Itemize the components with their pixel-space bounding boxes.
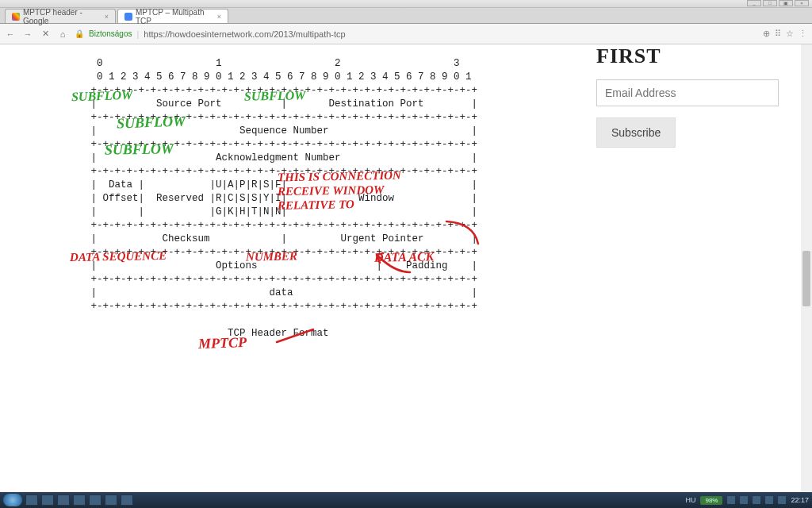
sidebar: FIRST Subscribe [588,44,787,164]
start-button[interactable] [3,494,22,506]
diagram-line: +-+-+-+-+-+-+-+-+-+-+-+-+-+-+-+-+-+-+-+-… [73,274,477,285]
nav-bar: ← → ✕ ⌂ 🔒 Biztonságos | https://howdoesi… [0,24,812,44]
annotation-arrow-icon [311,237,358,260]
close-tab-icon[interactable]: × [105,13,109,21]
close-window-button[interactable]: × [795,0,809,6]
taskbar-app-icon[interactable] [105,495,117,506]
vertical-scrollbar[interactable] [801,44,812,492]
windows-taskbar: HU 98% 22:17 [0,492,812,508]
address-bar[interactable]: 🔒 Biztonságos | https://howdoesinternetw… [75,29,756,39]
window-buttons: _ □ ▣ × [747,0,809,6]
lock-icon: 🔒 [75,29,84,38]
tab-google-search[interactable]: MPTCP header - Google × [5,9,116,23]
url-text: https://howdoesinternetwork.com/2013/mul… [144,29,345,39]
taskbar-app-icon[interactable] [121,495,133,506]
restore-button[interactable]: ▣ [779,0,793,6]
tab-label: MPTCP – Multipath TCP [136,8,211,25]
window-chrome: _ □ ▣ × [0,0,812,8]
stop-reload-button[interactable]: ✕ [40,29,51,39]
main-column: 0 1 2 3 0 1 2 3 4 5 6 7 8 9 0 1 2 3 4 5 … [49,44,541,492]
sidebar-title: FIRST [596,44,779,68]
diagram-line: | Data | |U|A|P|R|S|F| | [73,179,477,190]
google-favicon-icon [12,13,20,21]
page-viewport: 0 1 2 3 0 1 2 3 4 5 6 7 8 9 0 1 2 3 4 5 … [0,44,812,492]
back-button[interactable]: ← [5,29,16,39]
annotation-strike-icon [216,314,263,330]
diagram-line: | Source Port | Destination Port | [73,98,477,110]
language-indicator[interactable]: HU [685,496,695,504]
diagram-line: | Offset| Reserved |R|C|S|S|Y|I| Window … [73,193,477,204]
home-button[interactable]: ⌂ [57,29,68,39]
diagram-line: | data | [73,287,477,298]
tray-icon[interactable] [753,496,760,504]
battery-indicator[interactable]: 98% [700,496,722,505]
tray-icon[interactable] [778,496,786,504]
zoom-icon[interactable]: ⊕ [763,29,770,39]
taskbar-app-icon[interactable] [89,495,102,506]
diagram-line: +-+-+-+-+-+-+-+-+-+-+-+-+-+-+-+-+-+-+-+-… [73,166,477,177]
minimize-button[interactable]: _ [747,0,761,6]
subscribe-button[interactable]: Subscribe [596,117,676,148]
translate-icon[interactable]: ⠿ [775,29,781,39]
nav-right: ⊕ ⠿ ☆ ⋮ [763,29,807,39]
chrome-menu-icon[interactable]: ⋮ [799,29,807,39]
diagram-line: | Sequence Number | [73,125,477,137]
clock[interactable]: 22:17 [791,496,809,504]
bookmark-star-icon[interactable]: ☆ [786,29,794,39]
maximize-button[interactable]: □ [763,0,777,6]
diagram-line: 0 1 2 3 4 5 6 7 8 9 0 1 2 3 4 5 6 7 8 9 … [73,71,472,83]
system-tray: HU 98% 22:17 [685,496,809,505]
diagram-line: 0 1 2 3 [73,58,460,69]
tab-label: MPTCP header - Google [23,8,98,25]
taskbar-app-icon[interactable] [25,495,38,506]
site-favicon-icon [124,13,132,21]
annotation-curve-icon [382,205,430,237]
tray-icon[interactable] [740,496,748,504]
tcp-header-diagram: 0 1 2 3 0 1 2 3 4 5 6 7 8 9 0 1 2 3 4 5 … [73,52,517,492]
tray-icon[interactable] [765,496,773,504]
page-content: 0 1 2 3 0 1 2 3 4 5 6 7 8 9 0 1 2 3 4 5 … [10,44,802,492]
diagram-line: +-+-+-+-+-+-+-+-+-+-+-+-+-+-+-+-+-+-+-+-… [73,139,477,150]
url-separator: | [136,29,139,39]
email-field[interactable] [596,79,779,106]
secure-label: Biztonságos [89,29,132,38]
scroll-thumb[interactable] [802,251,810,306]
tray-icon[interactable] [727,496,735,504]
diagram-line: | Acknowledgment Number | [73,152,477,164]
diagram-line: +-+-+-+-+-+-+-+-+-+-+-+-+-+-+-+-+-+-+-+-… [73,112,477,123]
taskbar-app-icon[interactable] [57,495,70,506]
diagram-line: +-+-+-+-+-+-+-+-+-+-+-+-+-+-+-+-+-+-+-+-… [73,85,477,96]
close-tab-icon[interactable]: × [217,13,221,21]
taskbar-app-icon[interactable] [41,495,54,506]
taskbar-app-icon[interactable] [73,495,86,506]
tab-strip: MPTCP header - Google × MPTCP – Multipat… [0,8,812,24]
diagram-line: +-+-+-+-+-+-+-+-+-+-+-+-+-+-+-+-+-+-+-+-… [73,301,477,312]
forward-button[interactable]: → [22,29,33,39]
tab-mptcp-article[interactable]: MPTCP – Multipath TCP × [117,9,228,23]
